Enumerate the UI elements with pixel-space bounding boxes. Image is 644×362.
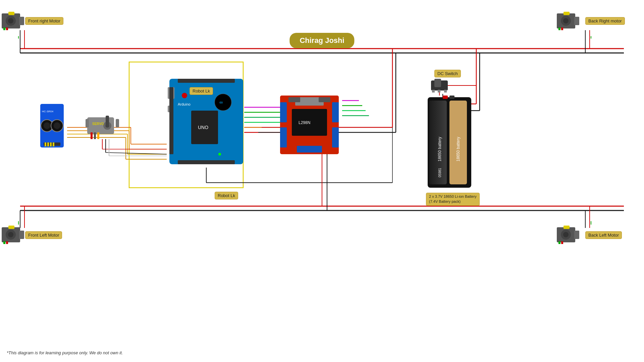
svg-text:18650 battery: 18650 battery	[437, 137, 442, 161]
svg-point-103	[218, 153, 221, 156]
dc-switch-label: DC Switch	[434, 70, 461, 77]
svg-line-48	[106, 153, 167, 154]
svg-point-88	[563, 232, 569, 237]
svg-rect-65	[8, 12, 14, 15]
svg-rect-72	[564, 12, 570, 15]
title-badge: Chirag Joshi	[289, 33, 354, 48]
svg-text:SERVO: SERVO	[92, 122, 104, 126]
svg-rect-135	[97, 132, 99, 139]
svg-text:Arduino: Arduino	[178, 102, 191, 106]
svg-rect-108	[280, 127, 287, 147]
svg-point-81	[8, 232, 13, 237]
svg-rect-124	[50, 142, 52, 146]
svg-rect-79	[8, 226, 14, 229]
svg-rect-114	[319, 97, 330, 102]
svg-point-67	[8, 18, 13, 23]
svg-rect-89	[558, 241, 560, 244]
svg-rect-107	[280, 102, 287, 122]
svg-rect-101	[169, 87, 173, 154]
svg-rect-100	[178, 160, 235, 164]
back-right-motor	[557, 10, 584, 32]
front-right-motor-label: Front right Motor	[25, 17, 63, 25]
svg-rect-144	[449, 96, 454, 99]
svg-text:∞: ∞	[219, 100, 223, 105]
svg-rect-133	[91, 132, 93, 139]
svg-rect-148	[438, 90, 440, 93]
svg-rect-68	[3, 27, 5, 30]
title-text: Chirag Joshi	[300, 36, 344, 45]
motor-driver: L298N	[280, 96, 339, 154]
svg-text:HC-SR04: HC-SR04	[42, 110, 54, 113]
svg-point-120	[54, 122, 60, 129]
svg-text:05981: 05981	[438, 168, 442, 177]
front-left-motor-label: Front Left Motor	[25, 231, 62, 239]
svg-rect-146	[434, 79, 441, 87]
svg-rect-85	[574, 231, 579, 239]
front-left-motor	[2, 224, 29, 246]
svg-rect-82	[3, 241, 5, 244]
svg-point-118	[44, 122, 50, 129]
svg-rect-113	[288, 97, 300, 102]
robot-lk-label-bottom: Robot Lk	[215, 192, 238, 199]
svg-point-96	[215, 94, 231, 111]
svg-rect-78	[19, 231, 24, 239]
svg-rect-122	[45, 142, 46, 146]
svg-rect-128	[86, 119, 89, 127]
svg-rect-99	[178, 79, 235, 83]
svg-rect-110	[332, 127, 339, 147]
svg-rect-64	[19, 17, 24, 25]
svg-rect-71	[574, 17, 579, 25]
svg-rect-69	[6, 27, 8, 30]
svg-rect-149	[444, 90, 447, 93]
svg-rect-132	[106, 116, 109, 127]
front-right-motor	[2, 10, 29, 32]
svg-rect-112	[297, 146, 322, 153]
svg-rect-129	[116, 119, 119, 127]
svg-text:18650 battery: 18650 battery	[456, 137, 461, 161]
svg-rect-134	[94, 132, 96, 139]
dc-switch	[429, 77, 449, 94]
svg-rect-143	[443, 96, 448, 99]
back-left-motor-label: Back Left Motor	[585, 231, 622, 239]
disclaimer: *This diagram is for learning purpose on…	[7, 350, 123, 355]
svg-rect-83	[6, 241, 8, 244]
svg-rect-86	[564, 226, 570, 229]
svg-point-102	[182, 93, 187, 98]
svg-point-74	[563, 18, 569, 23]
robot-lk-label-top: Robot Lk	[190, 87, 213, 95]
svg-text:UNO: UNO	[198, 125, 208, 130]
svg-rect-125	[53, 142, 54, 146]
battery-pack: 18650 battery 18650 battery 05981	[426, 96, 473, 189]
svg-rect-147	[432, 90, 435, 93]
svg-rect-76	[561, 27, 563, 30]
battery-label: 2 x 3.7V 18650 Li-ion Battery (7.4V Batt…	[426, 193, 480, 206]
back-right-motor-label: Back Right motor	[585, 17, 625, 25]
svg-rect-123	[47, 142, 49, 146]
servo-motor: SERVO	[86, 112, 119, 139]
svg-rect-75	[558, 27, 560, 30]
svg-rect-90	[561, 241, 563, 244]
back-left-motor	[557, 224, 584, 246]
svg-text:L298N: L298N	[299, 120, 310, 125]
svg-rect-109	[332, 102, 339, 122]
ultrasonic-sensor: HC-SR04	[39, 102, 65, 149]
